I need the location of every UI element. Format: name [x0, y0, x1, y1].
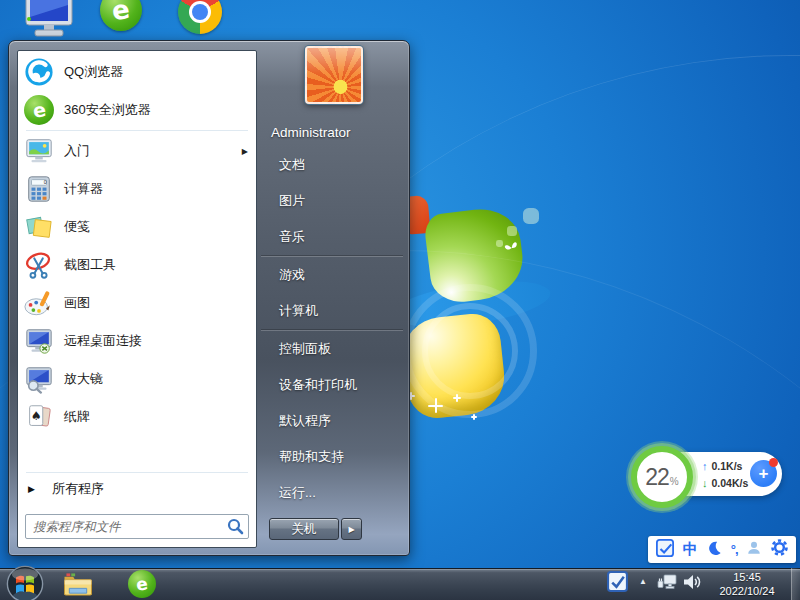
ime-fullwidth-moon-icon[interactable] — [706, 540, 722, 560]
clock-date: 2022/10/24 — [704, 584, 790, 598]
ime-punctuation-icon[interactable]: °, — [731, 542, 738, 557]
ime-settings-gear-icon[interactable] — [771, 539, 788, 560]
start-menu-item-remote-desktop[interactable]: 远程桌面连接 — [18, 322, 256, 360]
desktop-icon-360-browser[interactable]: e — [100, 0, 142, 31]
menu-item-label: QQ浏览器 — [64, 63, 248, 81]
360-browser-icon: e — [24, 95, 54, 125]
tray-speaker-icon[interactable] — [681, 572, 703, 596]
desktop: e QQ浏览器 e 360安全浏览器 — [0, 0, 800, 600]
taskbar-360-browser-button[interactable]: e — [128, 570, 156, 598]
start-menu-item-default-programs[interactable]: 默认程序 — [257, 403, 407, 439]
start-menu-item-help-support[interactable]: 帮助和支持 — [257, 439, 407, 475]
start-menu-item-music[interactable]: 音乐 — [257, 219, 407, 255]
submenu-arrow-icon: ▶ — [242, 147, 248, 156]
shutdown-controls: 关机 ▶ — [269, 518, 362, 540]
getting-started-icon — [24, 136, 54, 166]
start-menu-left-panel: QQ浏览器 e 360安全浏览器 — [17, 50, 257, 548]
menu-item-label: 画图 — [64, 294, 248, 312]
ime-logo-icon[interactable] — [656, 539, 674, 561]
start-menu-item-computer[interactable]: 计算机 — [257, 293, 407, 329]
start-menu-item-sticky-notes[interactable]: 便笺 — [18, 208, 256, 246]
add-icon: + — [759, 464, 769, 484]
menu-item-label: 便笺 — [64, 218, 248, 236]
search-input[interactable] — [25, 514, 249, 539]
menu-item-label: 放大镜 — [64, 370, 248, 388]
notification-dot — [769, 458, 778, 467]
upload-arrow-icon: ↑ — [702, 460, 708, 472]
ime-mode-indicator[interactable]: 中 — [683, 540, 698, 559]
tray-clock[interactable]: 15:45 2022/10/24 — [704, 570, 790, 598]
all-programs-button[interactable]: ▶ 所有程序 — [18, 474, 256, 504]
taskbar-explorer-button[interactable] — [62, 571, 94, 598]
menu-item-label: 入门 — [64, 142, 232, 160]
svg-text:0: 0 — [44, 179, 47, 185]
menu-separator — [26, 130, 248, 131]
all-programs-label: 所有程序 — [52, 480, 104, 498]
start-menu-item-pictures[interactable]: 图片 — [257, 183, 407, 219]
menu-item-label: 远程桌面连接 — [64, 332, 248, 350]
clock-time: 15:45 — [704, 570, 790, 584]
qq-browser-icon — [24, 57, 54, 87]
accelerate-button[interactable]: + — [750, 460, 777, 487]
menu-item-label: 纸牌 — [64, 408, 248, 426]
start-menu-item-paint[interactable]: 画图 — [18, 284, 256, 322]
start-menu: QQ浏览器 e 360安全浏览器 — [8, 40, 410, 556]
ime-toolbar: 中 °, — [648, 536, 796, 563]
solitaire-icon: ♠ — [24, 402, 54, 432]
menu-item-label: 截图工具 — [64, 256, 248, 274]
tray-hidden-icons-button[interactable]: ▲ — [635, 573, 651, 589]
ime-user-icon[interactable] — [746, 540, 762, 560]
start-menu-item-solitaire[interactable]: ♠ 纸牌 — [18, 398, 256, 436]
start-menu-item-games[interactable]: 游戏 — [257, 257, 407, 293]
menu-separator — [26, 472, 248, 473]
user-name: Administrator — [271, 125, 351, 140]
start-menu-item-run[interactable]: 运行... — [257, 475, 407, 511]
start-menu-item-devices-printers[interactable]: 设备和打印机 — [257, 367, 407, 403]
menu-item-label: 360安全浏览器 — [64, 101, 248, 119]
show-desktop-button[interactable] — [791, 568, 800, 600]
start-menu-right-panel: 文档 图片 音乐 游戏 计算机 控制面板 设备和打印机 默认程序 帮助和支持 运… — [257, 147, 407, 511]
shutdown-button[interactable]: 关机 — [269, 518, 339, 540]
start-menu-item-documents[interactable]: 文档 — [257, 147, 407, 183]
start-button[interactable] — [6, 565, 44, 600]
user-avatar[interactable] — [305, 46, 363, 104]
search-icon[interactable] — [227, 518, 244, 539]
taskbar — [0, 568, 800, 600]
sticky-notes-icon — [24, 212, 54, 242]
start-menu-item-getting-started[interactable]: 入门 ▶ — [18, 132, 256, 170]
download-arrow-icon: ↓ — [702, 477, 708, 489]
magnifier-app-icon — [24, 364, 54, 394]
start-menu-item-control-panel[interactable]: 控制面板 — [257, 331, 407, 367]
start-menu-item-snipping-tool[interactable]: 截图工具 — [18, 246, 256, 284]
search-box — [25, 514, 249, 539]
start-menu-item-magnifier[interactable]: 放大镜 — [18, 360, 256, 398]
start-menu-item-calculator[interactable]: 0 计算器 — [18, 170, 256, 208]
calculator-icon: 0 — [24, 174, 54, 204]
tray-network-icon[interactable] — [656, 572, 678, 596]
memory-percent-unit: % — [670, 476, 679, 487]
memory-percent: 22 — [645, 464, 669, 491]
start-menu-item-360-browser[interactable]: e 360安全浏览器 — [18, 91, 256, 129]
desktop-icon-chrome[interactable] — [178, 0, 222, 34]
menu-item-label: 计算器 — [64, 180, 248, 198]
tray-security-icon[interactable] — [607, 571, 628, 592]
memory-ball[interactable]: 22 % — [631, 446, 693, 508]
shutdown-options-arrow[interactable]: ▶ — [341, 518, 362, 540]
remote-desktop-icon — [24, 326, 54, 356]
all-programs-arrow-icon: ▶ — [28, 484, 35, 494]
svg-text:♠: ♠ — [31, 409, 42, 423]
snipping-tool-icon — [24, 250, 54, 280]
paint-icon — [24, 288, 54, 318]
desktop-icon-computer[interactable] — [22, 0, 76, 40]
start-menu-item-qq-browser[interactable]: QQ浏览器 — [18, 53, 256, 91]
